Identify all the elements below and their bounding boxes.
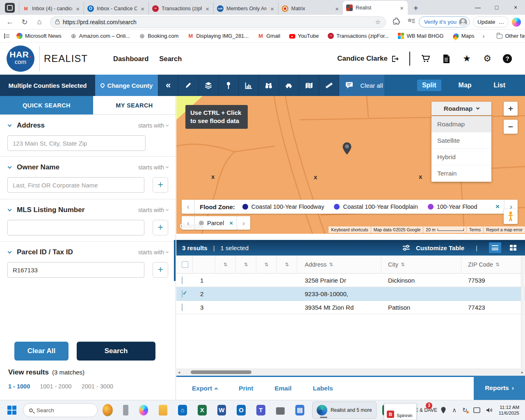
- mls-number-input[interactable]: [7, 220, 144, 235]
- copilot-icon[interactable]: [512, 18, 521, 27]
- tab-search-icon[interactable]: [5, 3, 15, 13]
- new-tab-button[interactable]: +: [408, 4, 424, 15]
- home-button[interactable]: ⌂: [32, 18, 47, 26]
- binoculars-tool-icon[interactable]: [258, 75, 278, 96]
- layer-scroll-right-icon[interactable]: ›: [237, 216, 250, 230]
- url-text[interactable]: https://prd.realist.com/search: [63, 19, 372, 25]
- collapse-section-icon[interactable]: [8, 250, 12, 254]
- zip-column-header[interactable]: ZIP Code⇅: [461, 256, 525, 273]
- change-county-button[interactable]: Change County: [95, 75, 158, 96]
- tab-close-icon[interactable]: ×: [334, 5, 340, 12]
- collapse-section-icon[interactable]: [8, 123, 12, 127]
- map-type-hybrid[interactable]: Hybrid: [431, 149, 491, 165]
- add-mls-button[interactable]: +: [153, 220, 168, 235]
- favorites-star-icon[interactable]: ★: [462, 54, 472, 64]
- calculator-icon[interactable]: ▤: [295, 405, 304, 415]
- map-marker-pin[interactable]: [342, 142, 352, 155]
- browser-update-button[interactable]: Update …: [473, 16, 509, 27]
- browser-tab-inbox-gmail[interactable]: M Inbox (4) - candicew ×: [19, 2, 84, 15]
- qualifier-dropdown[interactable]: starts with: [138, 122, 168, 129]
- minimize-button[interactable]: —: [468, 4, 487, 11]
- extensions-icon[interactable]: [389, 18, 404, 27]
- page-range-1[interactable]: 1 - 1000: [8, 383, 30, 390]
- select-all-checkbox[interactable]: [182, 261, 188, 268]
- sort-icon[interactable]: ⇅: [329, 262, 333, 267]
- scroll-left-arrow[interactable]: ◂: [176, 370, 182, 374]
- cart-icon[interactable]: [421, 54, 431, 64]
- nav-search[interactable]: Search: [159, 55, 182, 63]
- tray-overflow-icon[interactable]: ∧: [452, 406, 457, 414]
- map-type-satellite[interactable]: Satellite: [431, 132, 491, 149]
- collapse-section-icon[interactable]: [8, 208, 12, 212]
- sync-icon[interactable]: ↻: [462, 406, 468, 414]
- tab-close-icon[interactable]: ×: [140, 5, 145, 12]
- start-button[interactable]: [7, 406, 16, 415]
- browser-tab-realist-active[interactable]: Realist ×: [343, 1, 408, 15]
- sort-column[interactable]: ⇅: [277, 256, 297, 273]
- bookmark-transactions[interactable]: ~Transactions (zipFor...: [324, 33, 392, 39]
- taskbar-clock[interactable]: 11:12 AM 11/6/2025: [499, 404, 519, 416]
- add-parcel-button[interactable]: +: [153, 262, 168, 278]
- back-button[interactable]: ←: [2, 18, 17, 26]
- owner-name-input[interactable]: [7, 177, 144, 193]
- more-menu-icon[interactable]: …: [499, 19, 504, 25]
- list-view-icon[interactable]: [489, 242, 501, 253]
- chart-tool-icon[interactable]: [238, 75, 258, 96]
- sort-column[interactable]: ⇅: [236, 256, 256, 273]
- reading-list-icon[interactable]: [4, 33, 5, 39]
- tab-close-icon[interactable]: ×: [75, 5, 80, 12]
- maximize-button[interactable]: □: [487, 4, 506, 11]
- browser-tab-matrix[interactable]: Matrix ×: [278, 2, 343, 15]
- bookmark-maps[interactable]: Maps: [450, 33, 478, 39]
- view-split[interactable]: Split: [417, 80, 441, 91]
- sort-column[interactable]: ⇅: [215, 256, 236, 273]
- tab-close-icon[interactable]: ×: [205, 5, 210, 12]
- legend-scroll-left-icon[interactable]: ‹: [182, 200, 195, 214]
- edge-window-button[interactable]: Realist and 5 more: [312, 402, 377, 419]
- email-button[interactable]: Email: [274, 385, 291, 392]
- zoom-out-button[interactable]: −: [504, 120, 518, 134]
- excel-icon[interactable]: X: [198, 405, 207, 415]
- nav-dashboard[interactable]: Dashboard: [113, 55, 148, 63]
- table-row[interactable]: 3 39354 Mt Zion Rd Pattison 77423: [176, 301, 525, 314]
- address-input[interactable]: [7, 135, 146, 151]
- map-area-tool-icon[interactable]: [299, 75, 319, 96]
- parcel-id-input[interactable]: [7, 262, 144, 278]
- tablet-icon[interactable]: [473, 407, 480, 413]
- collapse-panel-button[interactable]: «: [158, 75, 178, 96]
- map-type-terrain[interactable]: Terrain: [431, 165, 491, 182]
- scrollbar-thumb[interactable]: [191, 370, 251, 374]
- bookmark-youtube[interactable]: ▸YouTube: [286, 33, 322, 39]
- terms-link[interactable]: Terms: [467, 226, 484, 233]
- sort-icon[interactable]: ⇅: [285, 262, 289, 267]
- bookmark-displaying-img[interactable]: MDisplaying IMG_281...: [184, 33, 252, 39]
- table-vertical-scrollbar[interactable]: [521, 256, 525, 368]
- bookmark-wb-mail[interactable]: WB Mail BHGG: [395, 33, 447, 39]
- bookmarks-overflow-icon[interactable]: ›: [480, 32, 487, 39]
- bookmark-amazon[interactable]: ⊕Amazon.com – Onli...: [67, 33, 133, 39]
- ruler-tool-icon[interactable]: [319, 75, 339, 96]
- other-favorites-button[interactable]: Other favorites: [493, 33, 525, 39]
- settings-gear-icon[interactable]: ⚙: [482, 54, 492, 64]
- layers-tool-icon[interactable]: [198, 75, 218, 96]
- remove-layer-icon[interactable]: ×: [229, 219, 233, 226]
- browser-tab-transactions[interactable]: ~ Transactions (zipFor ×: [148, 2, 213, 15]
- row-checkbox[interactable]: [182, 304, 183, 311]
- table-row-selected[interactable]: 2 9233-08-10000,: [176, 287, 525, 301]
- sidebar-scrollbar[interactable]: [174, 240, 176, 281]
- teams-icon[interactable]: T: [256, 405, 265, 415]
- sort-icon[interactable]: ⇅: [223, 262, 227, 267]
- browser-tab-inbox-outlook[interactable]: O Inbox - Candice Clar ×: [84, 2, 148, 15]
- clear-all-button[interactable]: Clear all: [359, 75, 384, 96]
- scanner-icon[interactable]: [276, 407, 285, 415]
- collapse-section-icon[interactable]: [8, 165, 12, 169]
- customize-sliders-icon[interactable]: [402, 244, 410, 251]
- refresh-button[interactable]: ↻: [17, 18, 32, 27]
- table-row[interactable]: 1 3258 Prairie Dr Dickinson 77539: [176, 274, 525, 287]
- sort-icon[interactable]: ⇅: [401, 262, 405, 267]
- browser-tab-members[interactable]: HAR Members Only Area ×: [213, 2, 278, 15]
- scroll-right-arrow[interactable]: ▸: [520, 370, 525, 374]
- widgets-weather-icon[interactable]: [103, 404, 113, 416]
- qualifier-dropdown[interactable]: starts with: [138, 164, 168, 171]
- tab-my-search[interactable]: MY SEARCH: [93, 96, 176, 114]
